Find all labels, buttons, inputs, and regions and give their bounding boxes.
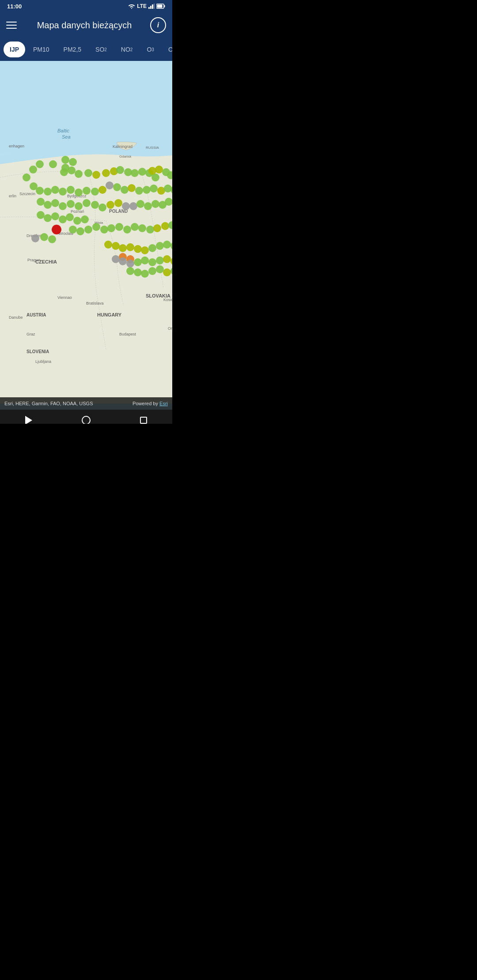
svg-point-222 — [148, 267, 156, 275]
svg-point-167 — [153, 224, 161, 232]
svg-point-150 — [44, 214, 52, 222]
svg-point-140 — [114, 199, 122, 207]
svg-point-205 — [134, 258, 142, 266]
hamburger-button[interactable] — [6, 19, 19, 31]
svg-point-204 — [126, 260, 134, 268]
svg-point-181 — [119, 244, 127, 252]
svg-point-65 — [84, 169, 92, 177]
info-button[interactable]: i — [150, 17, 166, 33]
svg-point-180 — [112, 242, 120, 250]
svg-text:HUNGARY: HUNGARY — [97, 312, 122, 317]
svg-point-165 — [138, 224, 146, 232]
svg-rect-2 — [152, 4, 153, 9]
app-title: Mapa danych bieżących — [26, 20, 143, 30]
svg-rect-0 — [148, 7, 150, 9]
svg-point-223 — [156, 265, 164, 273]
svg-point-108 — [106, 181, 114, 189]
svg-point-105 — [83, 187, 91, 195]
tab-no2[interactable]: NO2 — [115, 41, 139, 57]
svg-text:SLOVENIA: SLOVENIA — [26, 349, 49, 354]
svg-point-57 — [69, 158, 77, 166]
svg-point-111 — [128, 184, 136, 192]
svg-point-141 — [122, 202, 130, 210]
svg-point-99 — [36, 187, 44, 195]
svg-point-182 — [126, 243, 134, 251]
svg-point-162 — [115, 223, 123, 231]
svg-point-158 — [84, 226, 92, 234]
svg-text:Bratislava: Bratislava — [86, 301, 104, 305]
svg-point-75 — [148, 167, 156, 175]
svg-text:Ljubljana: Ljubljana — [35, 359, 51, 364]
svg-point-152 — [59, 215, 67, 223]
tab-bar: IJP PM10 PM2,5 SO2 NO2 O3 CO C6H6 — [0, 38, 172, 61]
svg-text:Baltic: Baltic — [57, 128, 69, 133]
svg-point-184 — [141, 246, 149, 254]
tab-so2[interactable]: SO2 — [89, 41, 113, 57]
svg-point-113 — [143, 186, 151, 194]
svg-point-134 — [67, 200, 75, 208]
tab-ijp[interactable]: IJP — [4, 41, 25, 57]
svg-rect-3 — [154, 4, 155, 9]
svg-point-104 — [75, 188, 83, 196]
tab-pm10[interactable]: PM10 — [27, 41, 56, 57]
svg-point-168 — [161, 222, 169, 230]
svg-text:AUSTRIA: AUSTRIA — [26, 313, 46, 317]
svg-point-106 — [91, 188, 99, 196]
svg-point-148 — [52, 225, 61, 234]
svg-point-154 — [73, 217, 81, 225]
svg-point-151 — [51, 212, 59, 220]
svg-text:Kosice: Kosice — [163, 298, 172, 302]
time: 11:00 — [7, 3, 22, 10]
battery-icon — [156, 4, 165, 9]
esri-link[interactable]: Esri — [159, 401, 168, 406]
svg-text:Kaliningrad: Kaliningrad — [113, 144, 132, 149]
powered-by: Powered by Esri — [132, 401, 168, 406]
svg-point-55 — [49, 160, 57, 168]
svg-point-60 — [29, 166, 37, 173]
svg-text:Sea: Sea — [62, 134, 71, 139]
svg-point-138 — [98, 204, 106, 211]
svg-point-143 — [136, 200, 144, 208]
recents-button[interactable] — [134, 411, 153, 424]
svg-point-131 — [44, 201, 52, 209]
svg-point-103 — [67, 186, 75, 194]
svg-point-100 — [44, 188, 52, 196]
svg-point-209 — [163, 255, 171, 263]
tab-pm25[interactable]: PM2,5 — [57, 41, 87, 57]
svg-point-144 — [144, 202, 152, 210]
svg-rect-5 — [164, 5, 165, 8]
lte-label: LTE — [137, 3, 147, 9]
tab-co[interactable]: CO — [162, 41, 172, 57]
status-bar: 11:00 LTE — [0, 0, 172, 12]
svg-text:erlin: erlin — [9, 194, 16, 198]
svg-rect-1 — [150, 6, 151, 9]
svg-point-208 — [156, 256, 164, 264]
svg-point-109 — [113, 183, 121, 191]
svg-text:Graz: Graz — [26, 332, 35, 336]
back-button[interactable] — [19, 411, 38, 424]
svg-point-71 — [131, 169, 139, 177]
home-button[interactable] — [76, 411, 96, 424]
tab-o3[interactable]: O3 — [140, 41, 160, 57]
svg-point-64 — [75, 170, 83, 178]
svg-text:enhagen: enhagen — [9, 144, 24, 148]
svg-point-221 — [141, 270, 149, 278]
svg-text:Viennao: Viennao — [57, 295, 72, 300]
signal-icon — [148, 4, 155, 9]
svg-point-145 — [151, 200, 159, 208]
svg-point-153 — [66, 213, 74, 221]
svg-point-186 — [156, 242, 164, 250]
svg-rect-6 — [157, 5, 163, 8]
svg-text:Danube: Danube — [9, 315, 23, 320]
wifi-icon — [128, 4, 135, 9]
status-icons: LTE — [128, 3, 165, 9]
svg-point-58 — [61, 156, 69, 164]
svg-point-63 — [68, 166, 76, 174]
map-container[interactable]: Baltic Sea enhagen erlin Dresden Prague … — [0, 61, 172, 410]
svg-point-185 — [148, 244, 156, 252]
svg-point-67 — [102, 169, 110, 177]
svg-point-149 — [37, 211, 45, 219]
svg-point-139 — [106, 201, 114, 209]
svg-point-61 — [23, 173, 30, 181]
svg-point-69 — [116, 166, 124, 174]
